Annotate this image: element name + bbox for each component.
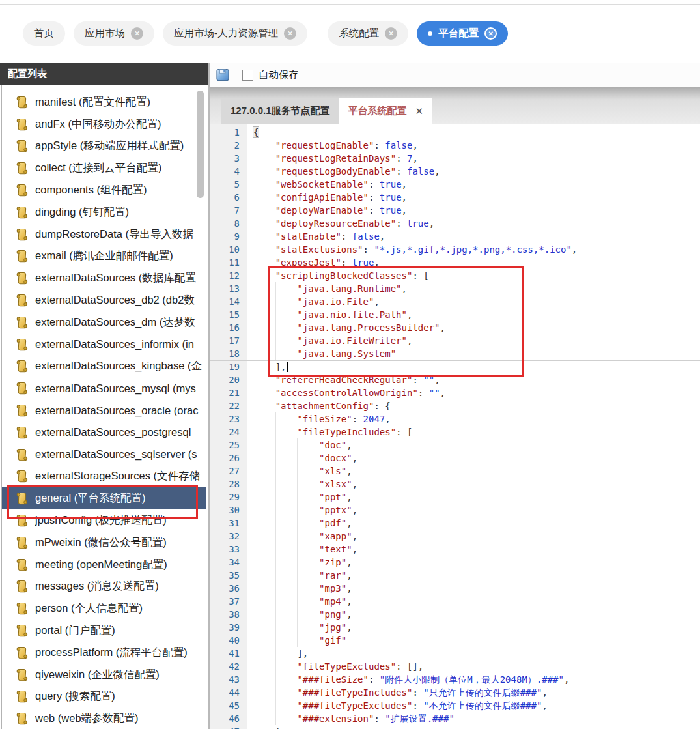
sidebar-item[interactable]: jpushConfig (极光推送配置) — [2, 509, 206, 532]
sidebar-item[interactable]: person (个人信息配置) — [2, 597, 206, 620]
sidebar-item[interactable]: portal (门户配置) — [2, 620, 206, 642]
sidebar-item[interactable]: appStyle (移动端应用样式配置) — [2, 136, 206, 158]
sidebar-item[interactable]: dingding (钉钉配置) — [2, 201, 206, 223]
code-line[interactable]: "java.io.FileWriter", — [246, 334, 412, 347]
code-line[interactable]: "ppt", — [246, 491, 352, 504]
code-line[interactable]: "xlsx", — [246, 478, 357, 491]
code-line[interactable]: "statEnable": false, — [246, 230, 385, 243]
nav-pill[interactable]: 首页 — [23, 21, 65, 46]
sidebar-item[interactable]: qiyeweixin (企业微信配置) — [2, 664, 206, 686]
code-line[interactable]: "doc", — [246, 438, 352, 451]
sidebar-item[interactable]: query (搜索配置) — [2, 686, 206, 708]
code-line[interactable]: "###fileSize": "附件大小限制（单位M，最大2048M）.###"… — [246, 673, 569, 686]
nav-pill[interactable]: 系统配置✕ — [328, 21, 408, 46]
code-line[interactable]: ], — [246, 360, 288, 373]
code-line[interactable]: "configApiEnable": true, — [246, 191, 407, 204]
sidebar-item[interactable]: externalDataSources_mysql (mys — [2, 377, 206, 399]
code-line[interactable]: "pptx", — [246, 504, 357, 517]
sidebar-item[interactable]: processPlatform (流程平台配置) — [2, 642, 206, 664]
sidebar-item-label: meeting (openMeeting配置) — [35, 558, 167, 572]
sidebar-item[interactable]: exmail (腾讯企业邮邮件配置) — [2, 246, 206, 268]
close-icon[interactable]: ✕ — [484, 27, 497, 40]
sidebar-item[interactable]: mPweixin (微信公众号配置) — [2, 532, 206, 554]
sidebar-item[interactable]: externalStorageSources (文件存储 — [2, 466, 206, 488]
code-line[interactable]: "###fileTypeExcludes": "不允许上传的文件后缀###", — [246, 699, 548, 712]
code-line[interactable]: "refererHeadCheckRegular": "", — [246, 373, 440, 386]
code-line[interactable]: "scriptingBlockedClasses": [ — [246, 269, 429, 282]
code-line[interactable]: "java.lang.System" — [246, 347, 396, 360]
code-line[interactable]: "java.io.File", — [246, 295, 380, 308]
code-line[interactable]: "xapp", — [246, 530, 357, 543]
code-line[interactable]: "requestLogRetainDays": 7, — [246, 152, 418, 165]
code-line[interactable]: "java.nio.file.Path", — [246, 308, 412, 321]
code-token: , — [346, 440, 352, 450]
code-line[interactable]: "fileSize": 2047, — [246, 412, 391, 425]
close-icon[interactable]: ✕ — [284, 27, 296, 40]
scrollbar-thumb[interactable] — [197, 91, 204, 198]
sidebar-item[interactable]: externalDataSources_sqlserver (s — [2, 444, 206, 466]
code-token: true — [380, 205, 402, 216]
code-line[interactable]: } — [246, 725, 281, 729]
sidebar-item[interactable]: externalDataSources_kingbase (金 — [2, 356, 206, 378]
sidebar-item[interactable]: externalDataSources_oracle (orac — [2, 399, 206, 422]
code-line[interactable]: "jpg", — [246, 621, 352, 634]
nav-pill[interactable]: 应用市场✕ — [74, 21, 154, 46]
sidebar-item[interactable]: andFx (中国移动办公配置) — [2, 113, 206, 136]
nav-pill[interactable]: 应用市场-人力资源管理✕ — [163, 21, 307, 46]
code-line[interactable]: "mp3", — [246, 582, 352, 595]
sidebar-item[interactable]: collect (连接到云平台配置) — [2, 157, 206, 179]
code-line[interactable]: "pdf", — [246, 517, 352, 530]
close-icon[interactable]: ✕ — [415, 106, 424, 117]
sidebar-item[interactable]: externalDataSources (数据库配置 — [2, 267, 206, 289]
sidebar-item[interactable]: web (web端参数配置) — [2, 708, 206, 729]
code-line[interactable]: "exposeJest": true, — [246, 256, 380, 269]
sidebar-item[interactable]: manifest (配置文件配置) — [2, 91, 206, 113]
code-line[interactable]: "fileTypeExcludes": [], — [246, 660, 423, 673]
code-line[interactable]: "gif" — [246, 634, 346, 647]
code-line[interactable]: "zip", — [246, 556, 352, 569]
code-line[interactable]: "docx", — [246, 451, 357, 465]
code-token: "java.lang.Runtime" — [297, 283, 401, 294]
sidebar-item[interactable]: general (平台系统配置) — [2, 487, 206, 509]
sidebar-item[interactable]: components (组件配置) — [2, 179, 206, 201]
line-number: 45 — [210, 699, 246, 712]
code-line[interactable]: "mp4", — [246, 595, 352, 608]
code-token: "docx" — [319, 453, 352, 463]
code-line[interactable]: "java.lang.Runtime", — [246, 282, 407, 295]
sidebar-item[interactable]: meeting (openMeeting配置) — [2, 554, 206, 576]
code-line[interactable]: "requestLogBodyEnable": false, — [246, 165, 440, 178]
code-line[interactable]: "accessControlAllowOrigin": "", — [246, 386, 445, 399]
sidebar-item[interactable]: externalDataSources_postgresql — [2, 422, 206, 444]
code-line[interactable]: "###fileTypeIncludes": "只允许上传的文件后缀###", — [246, 686, 548, 699]
code-line[interactable]: "png", — [246, 608, 352, 621]
line-number: 17 — [210, 334, 246, 347]
json-editor[interactable]: 1{2"requestLogEnable": false,3"requestLo… — [210, 124, 700, 729]
close-icon[interactable]: ✕ — [385, 27, 397, 40]
code-line[interactable]: ], — [246, 647, 308, 660]
code-line[interactable]: { — [246, 126, 259, 139]
sidebar-item[interactable]: externalDataSources_db2 (db2数 — [2, 289, 206, 311]
editor-tab[interactable]: 127.0.0.1服务节点配置 — [221, 98, 339, 124]
save-button[interactable] — [216, 68, 230, 82]
code-line[interactable]: "###extension": "扩展设置.###" — [246, 712, 455, 725]
code-line[interactable]: "requestLogEnable": false, — [246, 139, 418, 152]
code-line[interactable]: "java.lang.ProcessBuilder", — [246, 321, 445, 334]
sidebar-item[interactable]: dumpRestoreData (导出导入数据 — [2, 223, 206, 246]
code-line[interactable]: "text", — [246, 543, 357, 556]
editor-tab[interactable]: 平台系统配置✕ — [339, 98, 433, 124]
code-line[interactable]: "rar", — [246, 569, 352, 582]
sidebar-item[interactable]: externalDataSources_dm (达梦数 — [2, 311, 206, 334]
code-line[interactable]: "deployResourceEnable": true, — [246, 217, 434, 230]
code-line[interactable]: "statExclusions": "*.js,*.gif,*.jpg,*.pn… — [246, 243, 577, 256]
sidebar-item[interactable]: messages (消息发送配置) — [2, 576, 206, 598]
indent-guide — [253, 686, 275, 699]
code-line[interactable]: "fileTypeIncludes": [ — [246, 425, 412, 438]
code-line[interactable]: "attachmentConfig": { — [246, 399, 391, 412]
autosave-checkbox[interactable] — [242, 70, 253, 81]
code-line[interactable]: "webSocketEnable": true, — [246, 178, 407, 191]
close-icon[interactable]: ✕ — [131, 27, 143, 40]
nav-pill[interactable]: 平台配置✕ — [417, 21, 508, 46]
code-line[interactable]: "xls", — [246, 465, 352, 478]
sidebar-item[interactable]: externalDataSources_informix (in — [2, 334, 206, 356]
code-line[interactable]: "deployWarEnable": true, — [246, 204, 407, 217]
